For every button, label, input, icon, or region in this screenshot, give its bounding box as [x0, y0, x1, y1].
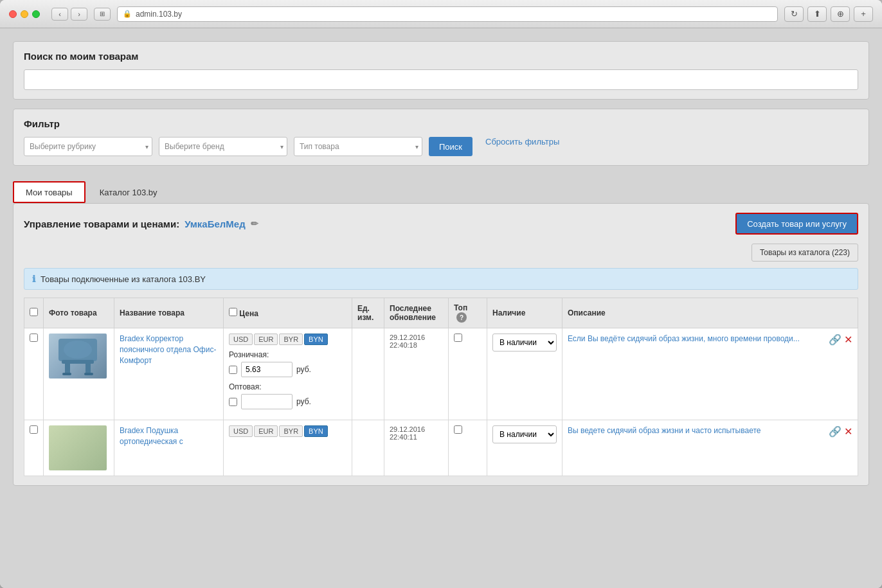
search-section: Поиск по моим товарам [13, 41, 869, 100]
row-checkbox-2[interactable] [30, 425, 38, 434]
search-input[interactable] [24, 69, 858, 90]
th-name: Название товара [114, 298, 224, 328]
svg-rect-3 [86, 362, 91, 374]
refresh-button[interactable]: ↻ [784, 6, 804, 22]
retail-checkbox-1[interactable] [229, 366, 237, 374]
top-help-badge[interactable]: ? [456, 312, 467, 323]
curr-eur-2[interactable]: EUR [254, 425, 278, 437]
product-price-cell-2: USD EUR BYR BYN [224, 420, 352, 476]
delete-icon-1[interactable]: ✕ [844, 334, 852, 346]
curr-byr-2[interactable]: BYR [279, 425, 303, 437]
tab-my-goods[interactable]: Мои товары [13, 181, 86, 203]
product-image-2 [49, 425, 107, 470]
description-text-2[interactable]: Вы ведете сидячий образ жизни и часто ис… [568, 425, 760, 436]
action-icons-2: 🔗 ✕ [829, 425, 852, 438]
search-button[interactable]: Поиск [429, 137, 473, 156]
curr-usd-1[interactable]: USD [229, 334, 253, 345]
th-price: Цена [224, 298, 352, 328]
row-checkbox[interactable] [30, 334, 38, 342]
content-title: Управление товарами и ценами: УмкаБелМед… [24, 218, 258, 229]
select-all-checkbox[interactable] [30, 308, 38, 316]
new-tab-button[interactable]: ⊕ [831, 6, 850, 22]
filter-section: Фильтр Выберите рубрику ▾ Выберите бренд… [13, 109, 869, 166]
minimize-button[interactable] [21, 10, 28, 18]
product-photo-cell-2 [44, 420, 114, 476]
window-layout-button[interactable]: ⊞ [94, 8, 111, 21]
curr-byn-2[interactable]: BYN [304, 425, 328, 437]
retail-currency-1: руб. [296, 365, 311, 374]
svg-rect-2 [65, 362, 70, 374]
description-text-1[interactable]: Если Вы ведёте сидячий образ жизни, мног… [568, 334, 800, 344]
curr-usd-2[interactable]: USD [229, 425, 253, 437]
link-icon-2[interactable]: 🔗 [829, 425, 842, 438]
product-name-cell-2: Bradex Подушка ортопедическая с [114, 420, 224, 476]
wholesale-price-input-1[interactable] [241, 394, 292, 409]
wholesale-currency-1: руб. [296, 397, 311, 406]
product-unit-cell-2 [352, 420, 384, 476]
address-bar[interactable]: 🔒 admin.103.by [117, 6, 778, 22]
product-desc-cell-2: Вы ведете сидячий образ жизни и часто ис… [562, 420, 858, 476]
th-description: Описание [562, 298, 858, 328]
wholesale-checkbox-1[interactable] [229, 398, 237, 406]
info-text: Товары подключенные из каталога 103.BY [40, 274, 206, 284]
main-content: Управление товарами и ценами: УмкаБелМед… [13, 203, 869, 486]
svg-rect-5 [84, 373, 93, 375]
url-text: admin.103.by [136, 10, 182, 19]
row-checkbox-cell [24, 328, 44, 420]
product-top-cell [449, 328, 487, 420]
product-unit-cell [352, 328, 384, 420]
product-name-cell: Bradex Корректор поясничного отдела Офис… [114, 328, 224, 420]
sidebar-toggle-button[interactable]: + [854, 6, 873, 22]
catalog-count-button[interactable]: Товары из каталога (223) [752, 244, 858, 262]
retail-price-input-1[interactable] [241, 362, 292, 377]
type-select[interactable]: Тип товара [294, 137, 422, 156]
top-checkbox-2[interactable] [454, 425, 462, 434]
updated-date-2: 29.12.2016 [390, 425, 443, 433]
product-link-1[interactable]: Bradex Корректор поясничного отдела Офис… [120, 334, 216, 365]
curr-byn-1[interactable]: BYN [304, 334, 328, 345]
create-product-button[interactable]: Создать товар или услугу [735, 213, 858, 235]
availability-select-1[interactable]: В наличии Нет в наличии Под заказ [492, 334, 557, 352]
company-name-link[interactable]: УмкаБелМед [184, 218, 246, 229]
row-checkbox-cell-2 [24, 420, 44, 476]
tab-catalog[interactable]: Каталог 103.by [88, 181, 169, 203]
delete-icon-2[interactable]: ✕ [844, 425, 852, 438]
product-avail-cell: В наличии Нет в наличии Под заказ [487, 328, 562, 420]
product-link-2[interactable]: Bradex Подушка ортопедическая с [120, 426, 183, 446]
currency-tabs-2: USD EUR BYR BYN [229, 425, 346, 437]
availability-select-2[interactable]: В наличии Нет в наличии Под заказ [492, 425, 557, 443]
info-icon: ℹ [32, 274, 35, 284]
maximize-button[interactable] [32, 10, 40, 18]
product-avail-cell-2: В наличии Нет в наличии Под заказ [487, 420, 562, 476]
chair-svg [52, 335, 104, 377]
info-banner: ℹ Товары подключенные из каталога 103.BY [24, 268, 858, 290]
reset-filters-button[interactable]: Сбросить фильтры [479, 137, 566, 156]
brand-select[interactable]: Выберите бренд [159, 137, 287, 156]
th-unit: Ед. изм. [352, 298, 384, 328]
share-button[interactable]: ⬆ [807, 6, 827, 22]
wholesale-label-1: Оптовая: [229, 382, 346, 391]
forward-button[interactable]: › [71, 8, 87, 21]
th-photo: Фото товара [44, 298, 114, 328]
link-icon-1[interactable]: 🔗 [829, 334, 842, 346]
lock-icon: 🔒 [123, 10, 132, 18]
product-updated-cell-2: 29.12.2016 22:40:11 [384, 420, 449, 476]
products-table: Фото товара Название товара Цена Ед. изм… [24, 298, 858, 476]
search-title: Поиск по моим товарам [24, 51, 858, 62]
rubric-select[interactable]: Выберите рубрику [24, 137, 152, 156]
top-checkbox-1[interactable] [454, 334, 462, 342]
back-button[interactable]: ‹ [51, 8, 68, 21]
close-button[interactable] [9, 10, 17, 18]
filter-title: Фильтр [24, 118, 858, 129]
title-prefix: Управление товарами и ценами: [24, 218, 179, 229]
curr-byr-1[interactable]: BYR [279, 334, 303, 345]
updated-date-1: 29.12.2016 [390, 334, 443, 341]
edit-icon[interactable]: ✏ [251, 218, 258, 229]
table-row: Bradex Корректор поясничного отдела Офис… [24, 328, 858, 420]
curr-eur-1[interactable]: EUR [254, 334, 278, 345]
product-price-cell: USD EUR BYR BYN Розничная: руб. [224, 328, 352, 420]
updated-time-2: 22:40:11 [390, 433, 443, 441]
price-checkbox[interactable] [229, 308, 237, 316]
rubric-select-wrapper: Выберите рубрику ▾ [24, 137, 152, 156]
product-desc-cell: Если Вы ведёте сидячий образ жизни, мног… [562, 328, 858, 420]
